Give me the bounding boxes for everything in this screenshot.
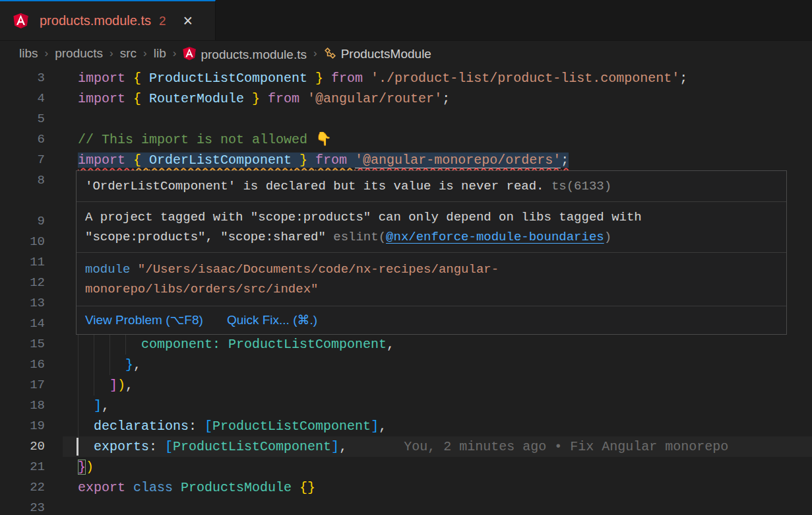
quick-fix-action[interactable]: Quick Fix... (⌘.)	[227, 311, 317, 329]
code-line[interactable]: 3import { ProductListComponent } from '.…	[0, 68, 812, 88]
code-token: declarations	[94, 419, 189, 434]
indent-guide	[78, 334, 78, 355]
line-number[interactable]: 21	[0, 457, 63, 477]
code-token: ,	[379, 419, 387, 434]
line-content: import { RouterModule } from '@angular/r…	[63, 88, 812, 109]
hover-action-bar: View Problem (⌥F8) Quick Fix... (⌘.)	[77, 306, 786, 334]
code-line[interactable]: 7import { OrderListComponent } from '@an…	[0, 150, 812, 170]
indent-guide	[78, 375, 78, 395]
code-token: }	[292, 153, 315, 168]
indent-guide	[78, 416, 78, 436]
breadcrumb-item-lib[interactable]: lib	[154, 46, 166, 61]
code-line[interactable]: 16 },	[0, 355, 812, 375]
breadcrumb-item-products[interactable]: products	[55, 46, 103, 61]
line-content: ]),	[63, 375, 812, 395]
code-token: {	[133, 153, 149, 168]
code-token: }	[244, 91, 268, 106]
line-content	[63, 498, 812, 515]
code-line[interactable]: 4import { RouterModule } from '@angular/…	[0, 88, 812, 109]
code-token: ProductListComponent	[173, 439, 331, 454]
line-number[interactable]: 7	[0, 150, 63, 170]
line-number[interactable]: 22	[0, 477, 63, 498]
code-line[interactable]: 20 exports: [ProductListComponent],You, …	[0, 436, 812, 457]
line-number[interactable]: 13	[0, 293, 63, 314]
breadcrumb-item-libs[interactable]: libs	[19, 46, 38, 61]
code-line[interactable]: 21})	[0, 457, 812, 477]
line-number[interactable]: 17	[0, 375, 63, 395]
line-number[interactable]: 6	[0, 129, 63, 150]
code-line[interactable]: 6// This import is not allowed 👇	[0, 129, 812, 150]
code-token: exports	[94, 439, 149, 454]
diagnostic-text: A project tagged with "scope:products" c…	[85, 207, 778, 227]
angular-file-icon	[13, 13, 28, 28]
code-token: }	[78, 460, 86, 475]
code-token: {	[133, 91, 149, 106]
diagnostic-text-line2: "scope:products", "scope:shared" eslint(…	[85, 227, 778, 247]
line-number[interactable]: 5	[0, 109, 63, 129]
chevron-right-icon: ›	[172, 47, 177, 60]
chevron-right-icon: ›	[44, 47, 49, 60]
line-number[interactable]: 18	[0, 395, 63, 416]
module-path: "/Users/isaac/Documents/code/nx-recipes/…	[130, 262, 499, 277]
code-token: ]	[331, 439, 339, 454]
breadcrumb-item-symbol[interactable]: ProductsModule	[324, 46, 431, 61]
line-content: exports: [ProductListComponent],You, 2 m…	[63, 436, 812, 457]
code-token: // This import is not allowed 👇	[78, 132, 332, 147]
angular-file-icon	[183, 47, 196, 60]
line-number[interactable]: 15	[0, 334, 63, 355]
code-token: ,	[339, 439, 347, 454]
line-number[interactable]: 4	[0, 88, 63, 109]
line-number[interactable]: 16	[0, 355, 63, 375]
error-highlight: import { OrderListComponent } from '@ang…	[78, 153, 569, 168]
close-icon[interactable]: ×	[183, 13, 193, 29]
line-number[interactable]: 12	[0, 273, 63, 293]
line-number[interactable]: 19	[0, 416, 63, 436]
line-number[interactable]	[0, 191, 63, 211]
line-number[interactable]: 8	[0, 170, 63, 191]
eslint-rule-link[interactable]: @nx/enforce-module-boundaries	[386, 230, 604, 244]
diagnostic-source: ts(6133)	[544, 179, 612, 193]
line-number[interactable]: 3	[0, 68, 63, 88]
code-token: ProductListComponent	[212, 419, 371, 434]
code-line[interactable]: 23	[0, 498, 812, 515]
line-content: },	[63, 355, 812, 375]
code-token: './product-list/product-list.component'	[371, 71, 679, 86]
breadcrumb: libs › products › src › lib › products.m…	[0, 41, 812, 66]
breadcrumb-item-src[interactable]: src	[120, 46, 137, 61]
code-token: from	[268, 91, 307, 106]
line-number[interactable]: 11	[0, 252, 63, 273]
line-content: declarations: [ProductListComponent],	[63, 416, 812, 436]
code-line[interactable]: 22export class ProductsModule {}	[0, 477, 812, 498]
line-number[interactable]: 14	[0, 314, 63, 334]
code-token: )	[117, 378, 125, 393]
line-number[interactable]: 9	[0, 211, 63, 232]
tab-problem-count: 2	[159, 14, 166, 28]
tab-bar: products.module.ts 2 ×	[0, 0, 812, 41]
code-line[interactable]: 17 ]),	[0, 375, 812, 395]
code-token: :	[189, 419, 204, 434]
code-token: ;	[679, 71, 687, 86]
git-blame-annotation: You, 2 minutes ago • Fix Angular monorep…	[404, 439, 728, 454]
line-number[interactable]: 23	[0, 498, 63, 515]
breadcrumb-item-file[interactable]: products.module.ts	[183, 46, 307, 62]
code-token: ProductsModule	[181, 480, 299, 495]
code-token: :	[149, 439, 165, 454]
code-line[interactable]: 15 component: ProductListComponent,	[0, 334, 812, 355]
code-token: export	[78, 480, 133, 495]
code-token: }	[125, 357, 133, 372]
code-token: RouterModule	[149, 91, 244, 106]
line-number[interactable]: 20	[0, 436, 63, 457]
indent-whitespace	[78, 357, 125, 372]
view-problem-action[interactable]: View Problem (⌥F8)	[85, 311, 203, 329]
code-line[interactable]: 5	[0, 109, 812, 129]
editor-tab-products-module[interactable]: products.module.ts 2 ×	[0, 0, 216, 40]
line-number[interactable]: 10	[0, 232, 63, 252]
indent-guide	[109, 334, 110, 355]
code-token: from	[315, 153, 355, 168]
code-token: [	[204, 419, 212, 434]
class-symbol-icon	[324, 47, 336, 59]
code-line[interactable]: 18 ],	[0, 395, 812, 416]
indent-whitespace	[78, 419, 94, 434]
indent-guide	[94, 334, 94, 355]
code-line[interactable]: 19 declarations: [ProductListComponent],	[0, 416, 812, 436]
